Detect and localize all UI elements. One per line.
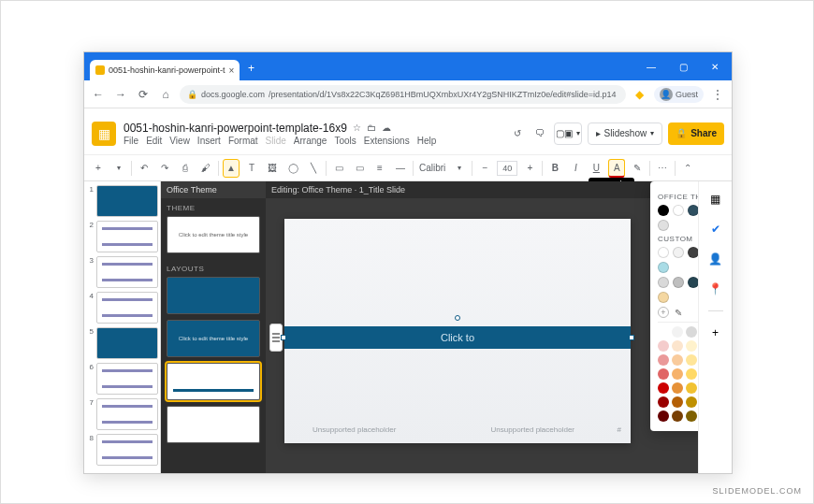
eyedropper-button[interactable]: ✎ (673, 307, 684, 318)
color-swatch[interactable] (686, 410, 697, 422)
thumb-row[interactable]: 7 (86, 398, 158, 430)
fill-color-button[interactable]: ▭ (330, 159, 347, 178)
color-swatch[interactable] (688, 277, 698, 288)
new-tab-button[interactable]: + (243, 61, 258, 76)
color-swatch[interactable] (686, 354, 697, 366)
rotate-handle[interactable] (455, 315, 460, 321)
chevron-down-icon[interactable]: ▾ (451, 159, 468, 178)
slide-thumbnail[interactable] (96, 327, 158, 359)
window-maximize-button[interactable]: ▢ (670, 55, 696, 78)
resize-handle-right[interactable] (629, 335, 634, 340)
color-swatch[interactable] (658, 410, 669, 422)
share-button[interactable]: 🔒 Share (668, 122, 724, 145)
menu-extensions[interactable]: Extensions (364, 136, 410, 146)
contacts-icon[interactable]: 👤 (707, 251, 724, 267)
color-swatch[interactable] (686, 368, 697, 380)
slide-thumbnail[interactable] (96, 363, 158, 395)
color-swatch[interactable] (658, 396, 669, 408)
color-swatch[interactable] (672, 368, 683, 380)
nav-reload-button[interactable]: ⟳ (135, 86, 152, 103)
color-swatch[interactable] (658, 326, 669, 338)
print-button[interactable]: ⎙ (177, 159, 194, 178)
font-size-decrease[interactable]: − (476, 159, 493, 178)
star-icon[interactable]: ☆ (353, 122, 361, 133)
color-swatch[interactable] (658, 262, 669, 273)
url-input[interactable]: 🔒 docs.google.com /presentation/d/1Vs8x2… (180, 85, 626, 104)
color-swatch[interactable] (658, 220, 669, 231)
profile-chip[interactable]: 👤 Guest (654, 86, 704, 103)
slide-thumbnail[interactable] (96, 398, 158, 430)
border-dash-button[interactable]: — (392, 159, 409, 178)
tab-close-icon[interactable]: × (229, 65, 235, 76)
nav-back-button[interactable]: ← (90, 86, 107, 103)
underline-button[interactable]: U (588, 159, 604, 178)
thumb-row[interactable]: 4 (86, 292, 158, 324)
color-swatch[interactable] (688, 205, 698, 216)
thumb-row[interactable]: 8 (86, 434, 158, 466)
title-placeholder[interactable]: Click to (284, 326, 631, 349)
menu-insert[interactable]: Insert (197, 136, 221, 146)
color-swatch[interactable] (672, 410, 683, 422)
doc-title[interactable]: 0051-hoshin-kanri-powerpoint-template-16… (124, 122, 347, 135)
nav-forward-button[interactable]: → (112, 86, 129, 103)
slides-app-icon[interactable]: ▦ (92, 122, 116, 146)
tasks-icon[interactable]: ✔ (707, 221, 724, 238)
paint-format-button[interactable]: 🖌 (197, 159, 214, 178)
color-swatch[interactable] (688, 247, 698, 258)
bold-button[interactable]: B (546, 159, 563, 178)
color-swatch[interactable] (686, 340, 697, 352)
color-swatch[interactable] (658, 277, 669, 288)
window-minimize-button[interactable]: — (638, 55, 664, 78)
maps-icon[interactable]: 📍 (707, 281, 724, 297)
history-icon[interactable]: ↺ (509, 124, 526, 143)
thumb-row[interactable]: 3 (86, 256, 158, 288)
menu-file[interactable]: File (124, 136, 138, 146)
thumb-row[interactable]: 2 (86, 221, 158, 252)
thumb-row[interactable]: 6 (86, 363, 158, 395)
color-swatch[interactable] (658, 205, 669, 216)
menu-view[interactable]: View (169, 136, 190, 146)
browser-tab[interactable]: 0051-hoshin-kanri-powerpoint-t × (90, 60, 240, 80)
menu-format[interactable]: Format (228, 136, 258, 146)
extension-icon[interactable]: ◆ (632, 86, 648, 103)
color-swatch[interactable] (686, 396, 697, 408)
color-swatch[interactable] (658, 340, 669, 352)
color-swatch[interactable] (658, 292, 669, 303)
color-swatch[interactable] (658, 382, 669, 394)
resize-handle-left[interactable] (281, 335, 286, 340)
collapse-toolbar-button[interactable]: ⌃ (679, 159, 696, 178)
nav-home-button[interactable]: ⌂ (157, 86, 174, 103)
color-swatch[interactable] (673, 205, 684, 216)
highlight-button[interactable]: ✎ (629, 159, 646, 178)
chevron-down-icon[interactable]: ▾ (110, 159, 127, 178)
slideshow-button[interactable]: ▸ Slideshow ▾ (588, 122, 663, 145)
theme-master-thumb[interactable]: Click to edit theme title style (167, 216, 260, 253)
redo-button[interactable]: ↷ (156, 159, 173, 178)
slide-canvas[interactable]: Click to Unsupported placeholder Unsuppo… (284, 219, 631, 443)
color-swatch[interactable] (672, 396, 683, 408)
line-tool[interactable]: ╲ (305, 159, 322, 178)
select-tool[interactable]: ▲ (223, 159, 240, 178)
image-tool[interactable]: 🖼 (264, 159, 281, 178)
layout-thumb-selected[interactable] (167, 363, 260, 400)
canvas-area[interactable]: Editing: Office Theme · 1_Title Slide (U… (266, 181, 698, 473)
move-icon[interactable]: 🗀 (367, 122, 376, 133)
slide-thumbnail[interactable] (96, 221, 158, 252)
layout-thumb[interactable]: Click to edit theme title style (167, 320, 260, 357)
color-swatch[interactable] (672, 354, 683, 366)
italic-button[interactable]: I (567, 159, 584, 178)
layout-thumb[interactable] (167, 277, 260, 314)
slide-thumbnail[interactable] (96, 185, 158, 217)
slide-thumbnail[interactable] (96, 292, 158, 324)
border-color-button[interactable]: ▭ (351, 159, 368, 178)
textbox-tool[interactable]: T (243, 159, 260, 178)
comments-icon[interactable]: 🗨 (531, 124, 548, 143)
add-custom-color-button[interactable]: + (658, 307, 669, 318)
thumb-row[interactable]: 5 (86, 327, 158, 359)
menu-arrange[interactable]: Arrange (294, 136, 327, 146)
browser-menu-button[interactable]: ⋮ (709, 86, 726, 103)
slide-thumbnail[interactable] (96, 256, 158, 288)
color-swatch[interactable] (672, 340, 683, 352)
meet-button[interactable]: ▢▣▾ (554, 122, 582, 145)
color-swatch[interactable] (673, 247, 684, 258)
